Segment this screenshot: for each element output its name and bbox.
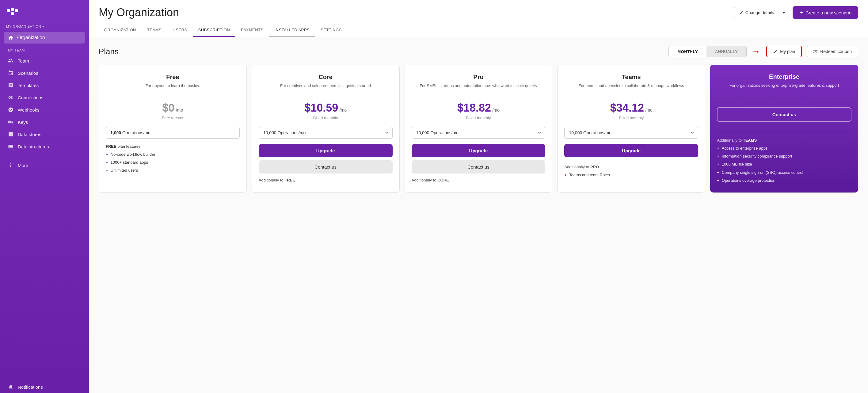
notifications-icon [8,384,13,390]
core-upgrade-button[interactable]: Upgrade [259,144,393,157]
core-price-amount: $10.59 [304,101,338,114]
pro-price-amount: $18.82 [457,101,491,114]
tab-payments[interactable]: PAYMENTS [236,24,269,37]
sidebar-active-label: Organization [17,35,45,40]
change-details-group: Change details ▾ [734,7,789,18]
header-actions: Change details ▾ + Create a new scenario [734,6,858,19]
enterprise-feature-2: + Information security compliance suppor… [717,154,851,159]
free-plan-price: $0 /mo [106,101,240,114]
sidebar-item-notifications[interactable]: Notifications [0,381,89,393]
org-label[interactable]: MY ORGANIZATION ▾ [6,25,83,28]
enterprise-feature-4: + Company single sign-on (SSO) access co… [717,170,851,175]
header-top: My Organization Change details ▾ + Creat… [99,6,858,19]
core-plan-desc: For creatives and solopreneuers just get… [259,83,393,94]
my-plan-edit-icon [773,49,778,54]
enterprise-additionally: Additionally to TEAMS [717,138,851,143]
tab-installed-apps[interactable]: INSTALLED APPS [269,24,315,37]
templates-icon [8,83,13,88]
core-plan-billing: Billed monthly [259,116,393,120]
data-stores-label: Data stores [18,132,41,137]
data-stores-icon [8,131,13,137]
enterprise-feature-1: + Access to enterprise apps [717,146,851,151]
enterprise-feature-5: + Operations overage protection [717,178,851,183]
tab-subscription[interactable]: SUBSCRIPTION [193,24,236,37]
free-feature-2: + 1000+ standard apps [106,160,240,165]
tab-settings[interactable]: SETTINGS [315,24,347,37]
team-label: Team [18,58,29,63]
plus-icon: + [799,9,803,16]
pro-plan-name: Pro [412,73,546,81]
monthly-toggle[interactable]: MONTHLY [669,46,707,57]
billing-toggle: MONTHLY ANNUALLY [669,46,747,57]
more-label: More [18,163,28,168]
teams-plan-price: $34.12 /mo [564,101,698,114]
app-logo [6,7,19,17]
pro-contact-button[interactable]: Contact us [412,160,546,174]
plan-card-free: Free For anyone to learn the basics. $0 … [99,65,247,192]
svg-rect-3 [15,9,18,12]
sidebar-item-data-stores[interactable]: Data stores [0,128,89,141]
enterprise-contact-button[interactable]: Contact us [717,107,851,122]
pro-plan-billing: Billed monthly [412,116,546,120]
free-price-period: /mo [176,108,183,113]
page-title: My Organization [99,6,179,19]
plus-icon-2: + [106,160,108,165]
change-details-dropdown-button[interactable]: ▾ [779,7,789,18]
sidebar-item-more[interactable]: More [0,159,89,171]
pro-ops-select[interactable]: 10,000 Operations/mo 25,000 Operations/m… [412,127,546,139]
edit-icon [739,10,744,15]
plus-icon-3: + [106,168,108,173]
enterprise-feature-3: + 1000 MB file size [717,161,851,167]
plan-card-pro: Pro For SMBs, startups and automation pr… [405,65,553,192]
teams-plus-icon: + [564,172,567,178]
redeem-coupon-button[interactable]: Redeem coupon [807,46,858,57]
sidebar-item-team[interactable]: Team [0,55,89,67]
enterprise-plan-name: Enterprise [717,73,851,80]
svg-rect-2 [11,12,14,15]
tab-organization[interactable]: ORGANIZATION [99,24,142,37]
arrow-icon: → [751,47,760,56]
logo-area[interactable] [0,0,89,22]
core-additionally: Additionally to FREE [259,178,393,182]
arrow-container: → [751,47,761,56]
sidebar-divider [6,156,83,156]
sidebar-item-templates[interactable]: Templates [0,79,89,91]
my-plan-button[interactable]: My plan [766,46,802,57]
sidebar: MY ORGANIZATION ▾ Organization MY TEAM T… [0,0,89,393]
create-scenario-button[interactable]: + Create a new scenario [793,6,858,19]
plans-title: Plans [99,47,119,56]
sidebar-item-connections[interactable]: Connections [0,91,89,103]
notifications-label: Notifications [18,385,43,390]
sidebar-item-data-structures[interactable]: Data structures [0,141,89,153]
ent-plus-5: + [717,178,719,183]
tab-teams[interactable]: TEAMS [142,24,167,37]
change-details-button[interactable]: Change details [734,7,779,18]
pro-additionally: Additionally to CORE [412,178,546,182]
svg-rect-1 [11,8,14,11]
sidebar-item-webhooks[interactable]: Webhooks [0,103,89,116]
scenarios-icon [8,70,13,76]
templates-label: Templates [18,83,39,88]
sidebar-item-scenarios[interactable]: Scenarios [0,67,89,79]
teams-plan-desc: For teams and agencies to collaborate & … [564,83,698,94]
core-contact-button[interactable]: Contact us [259,160,393,174]
core-plan-name: Core [259,73,393,81]
teams-upgrade-button[interactable]: Upgrade [564,144,698,157]
teams-feature-1: + Teams and team Roles [564,172,698,178]
ent-plus-1: + [717,146,719,151]
sidebar-item-organization[interactable]: Organization [4,32,85,43]
annually-toggle[interactable]: ANNUALLY [707,46,746,57]
sidebar-item-keys[interactable]: Keys [0,116,89,128]
free-feature-1: + No-code workflow builder [106,152,240,157]
plans-grid: Free For anyone to learn the basics. $0 … [99,65,858,192]
core-ops-select[interactable]: 10,000 Operations/mo 25,000 Operations/m… [259,127,393,139]
pro-upgrade-button[interactable]: Upgrade [412,144,546,157]
enterprise-plan-desc: For organizations seeking enterprise-gra… [717,83,851,94]
free-price-amount: $0 [162,101,175,114]
teams-ops-select[interactable]: 10,000 Operations/mo 25,000 Operations/m… [564,127,698,139]
main-content: My Organization Change details ▾ + Creat… [89,0,868,393]
free-plan-desc: For anyone to learn the basics. [106,83,240,94]
org-section: MY ORGANIZATION ▾ [0,22,89,32]
free-ops-label: 1,000 Operations/mo [106,127,240,139]
tab-users[interactable]: USERS [167,24,192,37]
